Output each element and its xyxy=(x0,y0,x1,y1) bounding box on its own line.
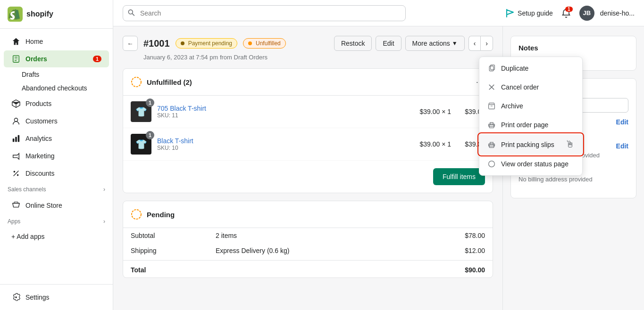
item-0-image: 👕 1 xyxy=(131,101,151,122)
item-1-details: Black T-shirt SKU: 10 xyxy=(157,137,414,151)
svg-rect-13 xyxy=(489,66,493,71)
settings-label: Settings xyxy=(25,294,50,301)
home-icon xyxy=(11,37,21,46)
setup-guide-button[interactable]: Setup guide xyxy=(505,8,553,18)
total-value xyxy=(216,266,465,274)
order-subtitle: January 6, 2023 at 7:54 pm from Draft Or… xyxy=(143,54,493,61)
sidebar-item-discounts[interactable]: Discounts xyxy=(4,165,109,182)
shipping-amount: $12.00 xyxy=(465,247,485,254)
sidebar-sub-nav: Drafts Abandoned checkouts xyxy=(0,68,113,95)
unfulfilled-status-icon xyxy=(131,76,142,88)
orders-badge: 1 xyxy=(93,56,101,62)
pending-subtotal-row: Subtotal 2 items $78.00 xyxy=(123,228,493,243)
shipping-edit-button[interactable]: Edit xyxy=(616,142,628,150)
unfulfilled-title: Unfulfilled (2) xyxy=(147,78,192,86)
sidebar-item-online-store[interactable]: Online Store xyxy=(4,197,109,214)
dropdown-item-archive[interactable]: Archive xyxy=(479,97,582,115)
sidebar-logo-text: shopify xyxy=(26,10,53,18)
chevron-right-icon: › xyxy=(103,186,105,193)
svg-point-6 xyxy=(14,171,16,173)
dropdown-item-print-order[interactable]: Print order page xyxy=(479,115,582,134)
svg-point-24 xyxy=(493,145,494,146)
archive-label: Archive xyxy=(501,102,523,110)
item-0-name[interactable]: 705 Black T-shirt xyxy=(157,105,414,112)
dropdown-item-duplicate[interactable]: Duplicate xyxy=(479,59,582,78)
restock-button[interactable]: Restock xyxy=(334,36,372,51)
sidebar-item-customers[interactable]: Customers xyxy=(4,113,109,130)
unfulfilled-card-header: Unfulfilled (2) ⋯ xyxy=(123,69,493,96)
chevron-right-apps-icon: › xyxy=(103,218,105,225)
next-order-button[interactable]: › xyxy=(480,36,493,51)
item-0-sku: SKU: 11 xyxy=(157,112,414,119)
contact-edit-button[interactable]: Edit xyxy=(616,118,628,126)
svg-point-25 xyxy=(489,161,495,167)
prev-order-button[interactable]: ‹ xyxy=(468,36,481,51)
unfulfilled-card: Unfulfilled (2) ⋯ 👕 1 705 Black T-shirt … xyxy=(123,68,493,193)
settings-icon xyxy=(11,293,21,302)
topbar: Setup guide 1 JB denise-ho... xyxy=(113,0,644,26)
sidebar-item-settings[interactable]: Settings xyxy=(4,289,109,306)
sidebar-item-abandoned[interactable]: Abandoned checkouts xyxy=(22,82,109,95)
no-billing-text: No billing address provided xyxy=(519,176,628,183)
add-apps-label: + Add apps xyxy=(11,233,44,240)
store-name[interactable]: denise-ho... xyxy=(600,9,635,17)
analytics-icon xyxy=(11,134,21,143)
dropdown-item-cancel[interactable]: Cancel order xyxy=(479,78,582,97)
sidebar-item-home[interactable]: Home xyxy=(4,33,109,50)
order-main: ← #1001 Payment pending Unfulfilled Rest… xyxy=(113,26,502,310)
pending-shipping-row: Shipping Express Delivery (0.6 kg) $12.0… xyxy=(123,243,493,258)
order-header: ← #1001 Payment pending Unfulfilled Rest… xyxy=(123,36,493,51)
pending-status-icon xyxy=(131,209,142,220)
sidebar-item-products[interactable]: Products xyxy=(4,95,109,112)
apps-section[interactable]: Apps › xyxy=(0,214,113,228)
sidebar-item-add-apps[interactable]: + Add apps xyxy=(4,229,109,244)
drafts-label: Drafts xyxy=(22,71,39,78)
svg-point-11 xyxy=(132,77,141,87)
svg-rect-14 xyxy=(491,65,495,70)
sidebar-nav: Home Orders 1 Drafts Abandoned checkouts… xyxy=(0,29,113,284)
notifications-button[interactable]: 1 xyxy=(559,6,574,21)
item-1-image: 👕 1 xyxy=(131,134,151,155)
sidebar-analytics-label: Analytics xyxy=(25,135,52,142)
payment-status-badge: Payment pending xyxy=(176,38,237,49)
search-bar xyxy=(123,5,406,21)
svg-rect-4 xyxy=(15,137,17,142)
notification-badge: 1 xyxy=(565,7,573,12)
item-1-qty-badge: 1 xyxy=(146,131,154,139)
svg-line-10 xyxy=(132,13,134,15)
dropdown-item-print-packing[interactable]: Print packing slips 🖱 xyxy=(479,134,582,155)
pending-card-header: Pending xyxy=(123,201,493,228)
item-1-name[interactable]: Black T-shirt xyxy=(157,137,414,145)
fulfillment-status-dot xyxy=(248,41,252,45)
sales-channels-section[interactable]: Sales channels › xyxy=(0,182,113,196)
sales-channels-label: Sales channels xyxy=(8,186,46,193)
sidebar-item-analytics[interactable]: Analytics xyxy=(4,130,109,147)
total-amount: $90.00 xyxy=(465,266,485,274)
sidebar-item-marketing[interactable]: Marketing xyxy=(4,147,109,164)
sidebar-home-label: Home xyxy=(25,38,43,45)
more-actions-button[interactable]: More actions ▼ xyxy=(405,36,465,51)
svg-rect-17 xyxy=(489,105,495,109)
pending-card: Pending Subtotal 2 items $78.00 Shipping… xyxy=(123,201,493,278)
shopify-logo-icon xyxy=(8,7,23,22)
dropdown-item-view-status[interactable]: View order status page xyxy=(479,155,582,173)
search-input[interactable] xyxy=(123,5,406,21)
user-avatar[interactable]: JB xyxy=(579,6,594,21)
sidebar-item-orders[interactable]: Orders 1 xyxy=(4,50,109,67)
payment-status-text: Payment pending xyxy=(188,40,232,47)
customers-icon xyxy=(11,116,21,126)
tshirt-icon-0: 👕 xyxy=(135,106,147,117)
online-store-label: Online Store xyxy=(25,202,62,209)
fulfill-items-button[interactable]: Fulfill items xyxy=(433,168,485,185)
marketing-icon xyxy=(11,151,21,161)
sidebar-item-drafts[interactable]: Drafts xyxy=(22,68,109,81)
products-icon xyxy=(11,99,21,108)
pending-title: Pending xyxy=(147,211,175,219)
shipping-value: Express Delivery (0.6 kg) xyxy=(216,247,465,254)
more-actions-dropdown: Duplicate Cancel order Archive Print ord… xyxy=(479,57,583,176)
edit-button[interactable]: Edit xyxy=(376,36,401,51)
sidebar-marketing-label: Marketing xyxy=(25,152,54,160)
svg-rect-3 xyxy=(13,139,15,142)
order-item-0: 👕 1 705 Black T-shirt SKU: 11 $39.00 × 1… xyxy=(123,96,493,128)
back-button[interactable]: ← xyxy=(123,36,138,51)
